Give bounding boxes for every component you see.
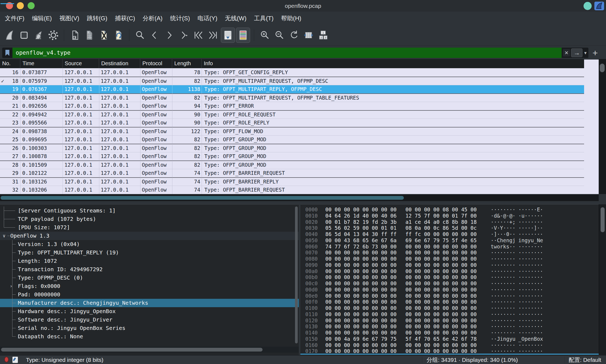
column-header[interactable]: Source xyxy=(63,59,99,68)
packet-row[interactable]: 28 0.101509 127.0.0.1 127.0.0.1 OpenFlow… xyxy=(0,160,584,169)
packet-row[interactable]: 20 0.083494 127.0.0.1 127.0.0.1 OpenFlow… xyxy=(0,93,584,102)
detail-row[interactable]: Manufacturer desc.: Chengjingyu_Networks xyxy=(0,299,299,307)
hex-row[interactable]: 0130 00 00 00 00 00 00 00 00 00 00 00 00… xyxy=(305,323,543,330)
menu-item[interactable]: 电话(Y) xyxy=(194,12,221,25)
find-packet-icon[interactable] xyxy=(133,28,147,42)
column-header[interactable]: Length xyxy=(172,59,202,68)
scrollbar-thumb[interactable] xyxy=(600,64,605,72)
scrollbar-thumb[interactable] xyxy=(1,196,404,200)
hex-row[interactable]: 0010 04 64 26 1d 40 00 40 06 12 75 7f 00… xyxy=(305,213,543,219)
hex-row[interactable]: 00a0 00 00 00 00 00 00 00 00 00 00 00 00… xyxy=(305,268,543,274)
column-header[interactable]: Time xyxy=(20,59,63,68)
last-packet-icon[interactable] xyxy=(206,28,220,42)
filter-clear-button[interactable]: × xyxy=(563,49,570,57)
capture-options-gear-icon[interactable] xyxy=(47,28,60,42)
packet-row[interactable]: 32 0.103206 127.0.0.1 127.0.0.1 OpenFlow… xyxy=(0,186,584,194)
reload-file-icon[interactable] xyxy=(112,28,125,42)
restart-capture-icon[interactable] xyxy=(32,28,45,42)
column-header[interactable]: Protocol xyxy=(140,59,172,68)
menu-item[interactable]: 工具(T) xyxy=(250,12,277,25)
colorize-toggle-icon[interactable] xyxy=(236,28,250,43)
detail-row[interactable]: › Flags: 0x0000 xyxy=(0,282,299,290)
hex-row[interactable]: 0000 00 00 00 00 00 00 00 00 00 00 00 00… xyxy=(305,206,543,213)
detail-row[interactable]: Transaction ID: 4294967292 xyxy=(0,265,299,274)
hex-row[interactable]: 0120 00 00 00 00 00 00 00 00 00 00 00 00… xyxy=(305,317,543,324)
hex-row[interactable]: 0060 74 77 6f 72 6b 73 00 00 00 00 00 00… xyxy=(305,244,543,250)
hex-row[interactable]: 00d0 00 00 00 00 00 00 00 00 00 00 00 00… xyxy=(305,287,543,293)
menu-item[interactable]: 分析(A) xyxy=(139,12,166,25)
packet-row[interactable]: 19 0.076367 127.0.0.1 127.0.0.1 OpenFlow… xyxy=(0,85,584,93)
hex-row[interactable]: 0090 00 00 00 00 00 00 00 00 00 00 00 00… xyxy=(305,262,543,268)
capture-comment-icon[interactable] xyxy=(12,357,18,363)
packet-row[interactable]: 31 0.103126 127.0.0.1 127.0.0.1 OpenFlow… xyxy=(0,177,584,186)
packet-row[interactable]: 27 0.100878 127.0.0.1 127.0.0.1 OpenFlow… xyxy=(0,152,584,160)
stop-capture-icon[interactable] xyxy=(17,28,31,42)
packet-row[interactable]: 24 0.098738 127.0.0.1 127.0.0.1 OpenFlow… xyxy=(0,127,584,135)
column-header[interactable]: Info xyxy=(202,59,584,68)
hex-row[interactable]: 0160 00 00 00 00 00 00 00 00 00 00 00 00… xyxy=(305,342,543,348)
zoom-reset-icon[interactable] xyxy=(287,28,301,42)
detail-row[interactable]: Serial no.: Jingyu OpenBox Series xyxy=(0,324,299,332)
auto-scroll-toggle-icon[interactable] xyxy=(221,28,235,43)
hex-row[interactable]: 0050 00 00 43 68 65 6e 67 6a 69 6e 67 79… xyxy=(305,237,543,244)
detail-row[interactable]: Datapath desc.: None xyxy=(0,332,299,341)
hex-row[interactable]: 00f0 00 00 00 00 00 00 00 00 00 00 00 00… xyxy=(305,299,543,305)
packet-list-vertical-scrollbar[interactable] xyxy=(599,59,606,194)
detail-row[interactable]: [Server Contiguous Streams: 1] xyxy=(0,206,299,215)
detail-vertical-scrollbar[interactable] xyxy=(295,206,298,343)
expert-info-icon[interactable] xyxy=(4,357,9,362)
hex-row[interactable]: 0070 00 00 00 00 00 00 00 00 00 00 00 00… xyxy=(305,250,543,256)
menu-item[interactable]: 无线(W) xyxy=(221,12,250,25)
filter-bookmark-button[interactable] xyxy=(2,48,12,58)
intelligent-scrollbar-minimap[interactable] xyxy=(584,60,599,194)
packet-row[interactable]: 26 0.100303 127.0.0.1 127.0.0.1 OpenFlow… xyxy=(0,144,584,152)
next-packet-icon[interactable] xyxy=(162,28,176,42)
open-file-icon[interactable] xyxy=(68,28,81,42)
menu-item[interactable]: 视图(V) xyxy=(55,12,83,25)
packet-row[interactable]: 23 0.095566 127.0.0.1 127.0.0.1 OpenFlow… xyxy=(0,119,584,127)
close-file-icon[interactable] xyxy=(97,28,111,42)
first-packet-icon[interactable] xyxy=(192,28,205,42)
save-file-icon[interactable]: 010100110101110 xyxy=(83,28,96,42)
hex-row[interactable]: 00b0 00 00 00 00 00 00 00 00 00 00 00 00… xyxy=(305,274,543,280)
menu-item[interactable]: 捕获(C) xyxy=(111,12,139,25)
previous-packet-icon[interactable] xyxy=(148,28,161,42)
hex-row[interactable]: 0040 86 5d 04 13 04 30 ff ff ff fc 00 00… xyxy=(305,231,543,237)
scrollbar-thumb[interactable] xyxy=(1,348,263,352)
filter-apply-button[interactable]: → xyxy=(571,48,582,57)
packet-row[interactable]: ✓ 18 0.075979 127.0.0.1 127.0.0.1 OpenFl… xyxy=(0,77,584,85)
packet-list-horizontal-scrollbar[interactable] xyxy=(0,195,599,201)
display-filter-input[interactable] xyxy=(12,48,562,58)
menu-item[interactable]: 跳转(G) xyxy=(83,12,111,25)
detail-row[interactable]: Version: 1.3 (0x04) xyxy=(0,240,299,248)
packet-row[interactable]: 16 0.073877 127.0.0.1 127.0.0.1 OpenFlow… xyxy=(0,68,584,77)
detail-row[interactable]: Length: 1072 xyxy=(0,257,299,265)
filter-add-button[interactable]: + xyxy=(591,48,599,57)
scrollbar-thumb[interactable] xyxy=(601,207,605,232)
column-header[interactable]: No. xyxy=(0,59,20,68)
packet-row[interactable]: 22 0.094942 127.0.0.1 127.0.0.1 OpenFlow… xyxy=(0,110,584,119)
detail-row[interactable]: Type: OFPT_MULTIPART_REPLY (19) xyxy=(0,248,299,257)
packet-row[interactable]: 29 0.102122 127.0.0.1 127.0.0.1 OpenFlow… xyxy=(0,169,584,177)
filter-dropdown-caret-icon[interactable]: ▼ xyxy=(582,51,588,55)
packet-row[interactable]: 21 0.092656 127.0.0.1 127.0.0.1 OpenFlow… xyxy=(0,102,584,110)
menu-item[interactable]: 统计(S) xyxy=(166,12,194,25)
zoom-in-icon[interactable] xyxy=(258,28,271,42)
resize-columns-icon[interactable] xyxy=(302,28,315,42)
detail-row[interactable]: Software desc.: Jingyu_Driver xyxy=(0,316,299,324)
expander-icon[interactable]: ∨ xyxy=(3,232,5,240)
hex-row[interactable]: 0030 05 56 02 59 00 00 01 01 08 0a 00 0c… xyxy=(305,225,543,231)
column-header[interactable]: Destination xyxy=(99,59,140,68)
zoom-out-icon[interactable] xyxy=(273,28,286,42)
detail-row[interactable]: [PDU Size: 1072] xyxy=(0,223,299,232)
detail-row[interactable]: ∨ OpenFlow 1.3 xyxy=(0,232,299,240)
hex-row[interactable]: 0170 00 00 00 00 00 00 00 00 00 00 00 00… xyxy=(305,348,543,354)
detail-row[interactable]: TCP payload (1072 bytes) xyxy=(0,215,299,223)
hex-row[interactable]: 00e0 00 00 00 00 00 00 00 00 00 00 00 00… xyxy=(305,293,543,299)
detail-row[interactable]: Hardware desc.: Jingyu_OpenBox xyxy=(0,307,299,316)
hex-row[interactable]: 0110 00 00 00 00 00 00 00 00 00 00 00 00… xyxy=(305,311,543,317)
hex-row[interactable]: 0080 00 00 00 00 00 00 00 00 00 00 00 00… xyxy=(305,256,543,262)
go-to-packet-icon[interactable] xyxy=(177,28,191,42)
detail-row[interactable]: Type: OFPMP_DESC (0) xyxy=(0,274,299,282)
detail-horizontal-scrollbar[interactable] xyxy=(0,347,299,353)
